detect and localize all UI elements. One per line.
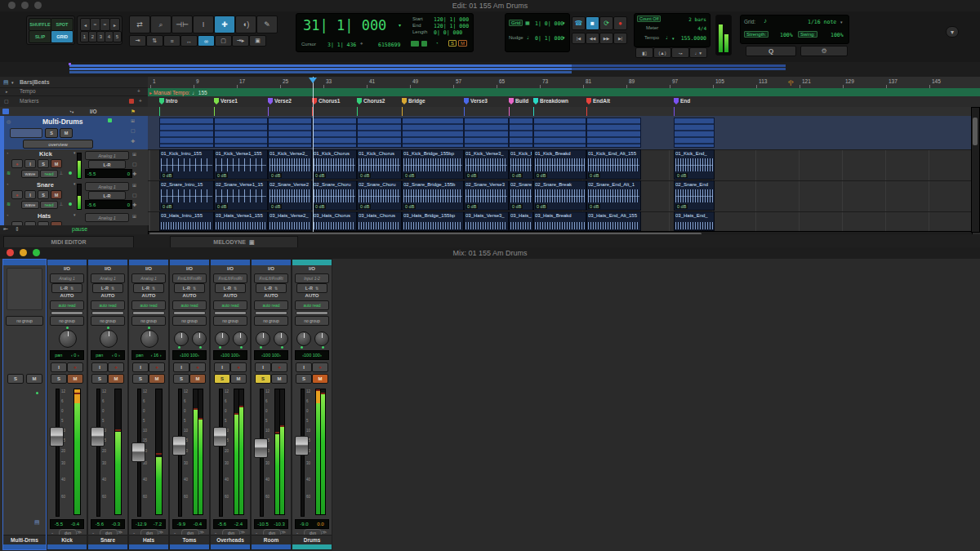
audio-clip[interactable]: 03_Hats_End_ <box>674 211 715 231</box>
grid-mode-button[interactable]: GRID <box>51 30 74 43</box>
toolbar-collapse-button[interactable]: ▾ <box>946 26 959 38</box>
chevron-down-icon[interactable]: ▾ <box>74 150 76 155</box>
marker-flag-end[interactable] <box>674 98 679 104</box>
marker-flag-endalt[interactable] <box>586 98 591 104</box>
track-name[interactable]: Kick <box>39 150 52 158</box>
kick-track-lane[interactable]: 01_Kick_Intro_1550 dB01_Kick_Verse1_1550… <box>148 149 971 181</box>
input-monitor-button[interactable]: I <box>51 362 67 372</box>
volume-readout[interactable]: -9.00.0 <box>295 519 329 529</box>
group-selector[interactable]: no group <box>131 316 166 326</box>
automation-mode-selector[interactable]: auto read <box>131 300 166 310</box>
track-volume[interactable]: -5.6 <box>87 202 96 207</box>
pan-knob-right[interactable] <box>192 331 207 346</box>
grabber-tool[interactable]: ✚ <box>214 16 235 33</box>
expand-icon[interactable]: ⇕ <box>15 226 20 233</box>
input-monitor-button[interactable]: I <box>132 362 149 372</box>
volume-readout[interactable]: -9.9-0.4 <box>172 519 207 529</box>
audio-clip[interactable]: 01_Kick_Verse2_0 dB <box>268 149 312 180</box>
strip-name-label[interactable]: Room <box>252 535 291 544</box>
eighth-note-icon[interactable]: ♪ <box>764 17 767 24</box>
pan-knob[interactable] <box>140 330 158 348</box>
minimize-icon[interactable] <box>20 249 27 256</box>
output-path-selector[interactable]: L-R⇅ <box>51 283 82 293</box>
mixer-strip-multi-drms[interactable]: no groupSM▤Multi-Drms <box>2 259 47 550</box>
grid-value[interactable]: 1| 0| 000 <box>535 20 564 27</box>
folder-icon[interactable]: ▤ <box>34 519 40 526</box>
mute-button[interactable]: M <box>189 374 206 384</box>
mixer-strip-drums[interactable]: I/OInput 1-2L-R⇅AUTOauto readno group‹10… <box>292 259 332 550</box>
insertion-follows-button[interactable]: ⇥▸ <box>232 35 249 47</box>
group-selector[interactable]: no group <box>6 316 43 326</box>
input-path-selector[interactable]: FmtLft/FmtRt <box>254 273 288 283</box>
audio-clip[interactable]: 03_Hats_Breakd <box>533 211 586 231</box>
chevron-down-icon[interactable]: ▾ <box>563 20 565 25</box>
solo-button[interactable]: S <box>51 374 67 384</box>
markers-box-icon[interactable]: ▢ <box>4 96 9 107</box>
solo-button[interactable]: S <box>173 374 189 384</box>
track-view-selector[interactable]: wave <box>21 170 39 178</box>
selection-in-out-icon[interactable]: ‹|› <box>788 79 793 85</box>
marker-flag-build[interactable] <box>509 98 514 104</box>
pan-knob-right[interactable] <box>274 331 288 346</box>
grid-icon[interactable]: ▦ <box>525 20 530 25</box>
marker-flag-intro[interactable] <box>159 98 164 104</box>
audio-clip[interactable]: 01_Kick_Chorus0 dB <box>357 149 402 180</box>
overview-clip[interactable] <box>509 118 533 148</box>
pan-readout[interactable]: ‹100 100› <box>172 350 207 360</box>
spot-mode-button[interactable]: SPOT <box>51 18 74 31</box>
add-icon[interactable]: ✚ <box>131 138 135 144</box>
strip-name-label[interactable]: Multi-Drms <box>3 535 46 544</box>
tempo-event-label[interactable]: Manual Tempo: <box>154 90 189 96</box>
minimize-icon[interactable] <box>21 2 29 9</box>
group-selector[interactable]: no group <box>172 316 207 326</box>
audio-clip[interactable]: 02_Snare_Break0 dB <box>533 180 586 211</box>
solo-button[interactable]: S <box>296 374 312 384</box>
record-enable-button[interactable]: ● <box>149 362 165 372</box>
shuffle-mode-button[interactable]: SHUFFLE <box>29 18 51 31</box>
global-solo-button[interactable]: S <box>448 40 457 47</box>
marker-flag-verse2[interactable] <box>268 98 273 104</box>
chevron-down-icon[interactable]: ▾ <box>563 35 565 40</box>
volume-readout[interactable]: -12.9-7.2 <box>131 519 166 529</box>
markers-ruler[interactable]: IntroVerse1Verse2Chorus1Chorus2BridgeVer… <box>148 96 980 108</box>
overview-clip[interactable] <box>357 118 402 148</box>
mirrored-editing-button[interactable]: ⇅ <box>146 35 163 47</box>
return-to-zero-button[interactable]: |◀ <box>572 33 586 44</box>
overview-clip[interactable] <box>586 118 641 148</box>
count-in-button[interactable]: (▲) <box>653 47 671 58</box>
playhead-marker-icon[interactable] <box>309 78 317 83</box>
record-enable-button[interactable]: ● <box>230 362 247 372</box>
dyn-expand-icon[interactable]: ≫ <box>199 529 204 535</box>
strength-label[interactable]: Strength: <box>744 31 768 38</box>
audio-clip[interactable]: 01_Kick_Breakd0 dB <box>533 149 586 180</box>
overview-clip[interactable] <box>402 118 464 148</box>
volume-fader[interactable] <box>91 427 105 447</box>
close-icon[interactable] <box>8 2 16 9</box>
track-view-selector[interactable]: wave <box>21 201 39 209</box>
quantize-grid-value[interactable]: 1/16 note <box>808 19 836 25</box>
record-enable-button[interactable]: ● <box>108 362 124 372</box>
input-monitor-button[interactable]: I <box>214 362 230 372</box>
swing-label[interactable]: Swing: <box>798 31 817 38</box>
dyn-expand-icon[interactable]: ≫ <box>158 529 163 535</box>
timebase-chip-icon[interactable] <box>411 41 419 47</box>
track-options-icon[interactable]: ◔ <box>6 182 9 187</box>
input-monitor-button[interactable]: I <box>296 362 312 372</box>
pan-readout[interactable]: pan‹ 16 › <box>131 350 166 360</box>
overview-clip[interactable] <box>159 118 214 148</box>
record-enable-button[interactable]: ● <box>312 362 328 372</box>
mixer-strip-toms[interactable]: I/OFmtLft/FmtRtL-R⇅AUTOauto readno group… <box>169 259 210 550</box>
trim-tool[interactable]: ⊣⊢ <box>172 16 193 33</box>
output-path-selector[interactable]: L-R⇅ <box>296 283 327 293</box>
close-icon[interactable] <box>7 249 14 256</box>
automation-mode-selector[interactable]: auto read <box>254 300 288 310</box>
output-path-selector[interactable]: L-R <box>88 160 126 169</box>
mute-button[interactable]: M <box>108 374 124 384</box>
global-mute-button[interactable]: M <box>458 40 467 47</box>
window-icon[interactable]: ⊞ <box>132 151 136 157</box>
elastic-audio-icon[interactable]: ≋ <box>7 201 11 207</box>
pan-knob-left[interactable] <box>256 331 270 346</box>
audio-clip[interactable]: 01_Kick_Bridge_155bp0 dB <box>402 149 464 180</box>
audio-clip[interactable]: 03_Hats_Chorus <box>312 211 357 231</box>
strip-name-label[interactable]: Toms <box>170 535 209 544</box>
